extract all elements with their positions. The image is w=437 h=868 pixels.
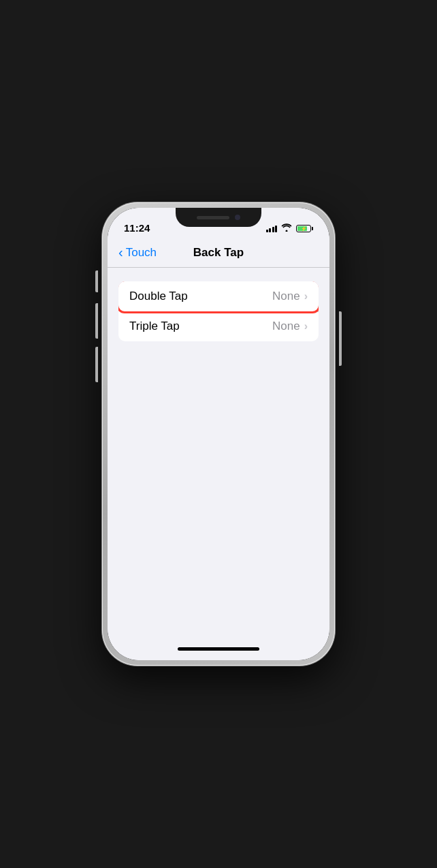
triple-tap-value: None xyxy=(272,320,300,333)
notch xyxy=(176,208,261,227)
signal-bars xyxy=(266,226,278,232)
power-button[interactable] xyxy=(339,311,342,366)
phone-frame: 11:24 xyxy=(102,202,335,666)
signal-bar-1 xyxy=(266,230,268,232)
home-bar xyxy=(178,647,259,651)
home-indicator xyxy=(108,637,329,660)
triple-tap-row[interactable]: Triple Tap None › xyxy=(118,311,319,341)
page-title: Back Tap xyxy=(185,246,252,260)
double-tap-chevron-icon: › xyxy=(304,290,308,303)
back-label: Touch xyxy=(126,246,157,260)
double-tap-row[interactable]: Double Tap None › xyxy=(118,281,319,311)
signal-bar-4 xyxy=(275,226,277,232)
signal-bar-3 xyxy=(272,227,274,232)
status-bar: 11:24 xyxy=(108,208,329,238)
phone-inner: 11:24 xyxy=(108,208,329,660)
status-icons: ⚡ xyxy=(266,223,314,234)
wifi-icon xyxy=(281,223,292,234)
triple-tap-chevron-icon: › xyxy=(304,320,308,332)
volume-up-button[interactable] xyxy=(95,303,98,339)
battery-icon: ⚡ xyxy=(296,225,313,232)
signal-bar-2 xyxy=(269,228,271,232)
mute-button[interactable] xyxy=(95,270,98,292)
nav-bar: ‹ Touch Back Tap xyxy=(108,238,329,268)
settings-group: Double Tap None › Triple Tap None › xyxy=(118,281,319,341)
triple-tap-label: Triple Tap xyxy=(129,320,272,333)
camera xyxy=(235,215,240,220)
screen: 11:24 xyxy=(108,208,329,660)
double-tap-label: Double Tap xyxy=(129,290,272,303)
content-area: Double Tap None › Triple Tap None › xyxy=(108,268,329,637)
volume-down-button[interactable] xyxy=(95,347,98,382)
speaker xyxy=(197,216,229,219)
back-button[interactable]: ‹ Touch xyxy=(118,246,185,260)
double-tap-value: None xyxy=(272,290,300,303)
back-chevron-icon: ‹ xyxy=(118,245,123,259)
